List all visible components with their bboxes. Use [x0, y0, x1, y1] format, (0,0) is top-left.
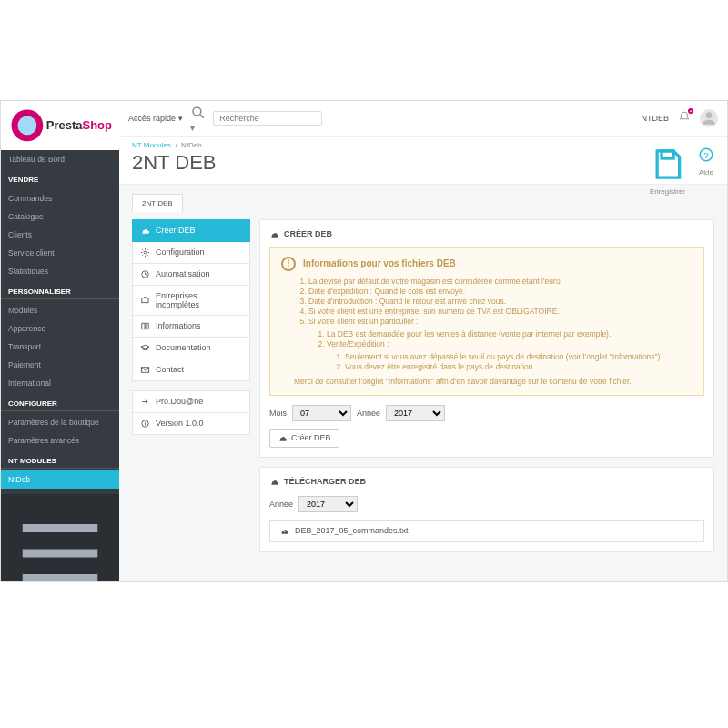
cloud-icon	[140, 226, 150, 236]
alert-item: La devise par défaut de votre magasin es…	[308, 277, 693, 286]
sidebar-item-parametres-avances[interactable]: Paramètres avancés	[1, 431, 119, 450]
notifications-icon[interactable]: •	[678, 111, 691, 126]
gear-icon	[140, 248, 150, 258]
alert-item: La DEB est demandée pour les ventes à di…	[327, 329, 693, 339]
file-name: DEB_2017_05_commandes.txt	[295, 526, 409, 535]
content-area: 2NT DEB Créer DEB Configuration Automati…	[119, 185, 727, 581]
sidebar-section-vendre: VENDRE	[1, 168, 119, 187]
sidebar-item-statistiques[interactable]: Statistiques	[1, 262, 119, 280]
svg-point-14	[145, 421, 146, 422]
topbar: Accès rapide ▾ ▾ NTDEB •	[119, 101, 727, 137]
notifications-badge: •	[688, 108, 693, 114]
tab-informations[interactable]: Informations	[132, 316, 250, 338]
alert-title: Informations pour vos fichiers DEB	[303, 258, 456, 268]
breadcrumb: NT Modules / NtDeb	[132, 141, 714, 149]
cloud-download-icon	[279, 526, 289, 536]
svg-point-8	[144, 251, 147, 254]
sidebar-section-configurer: CONFIGURER	[1, 392, 119, 411]
info-icon	[140, 419, 150, 429]
breadcrumb-current: NtDeb	[181, 141, 202, 149]
app-frame: PrestaShop Tableau de Bord VENDRE Comman…	[0, 100, 728, 582]
logo-text-1: Presta	[46, 118, 83, 132]
sidebar-collapse-toggle[interactable]	[1, 494, 119, 581]
download-year-label: Année	[269, 500, 293, 509]
panel-creer-deb: CRÉER DEB ! Informations pour vos fichie…	[259, 219, 714, 458]
help-icon: ?	[698, 147, 714, 167]
sidebar-item-modules[interactable]: Modules	[1, 301, 119, 319]
cloud-icon	[278, 433, 288, 443]
month-select[interactable]: 07	[292, 405, 351, 421]
sidebar-item-parametres-boutique[interactable]: Paramètres de la boutique	[1, 413, 119, 431]
tab-configuration[interactable]: Configuration	[132, 242, 250, 264]
tab-documentation[interactable]: Documentation	[132, 338, 250, 359]
sidebar-item-international[interactable]: International	[1, 374, 119, 392]
cloud-download-icon	[269, 477, 279, 487]
svg-rect-5	[662, 151, 673, 158]
clock-icon	[140, 269, 150, 279]
year-select[interactable]: 2017	[386, 405, 445, 421]
alert-item: Si votre client est une entreprise, son …	[308, 307, 693, 316]
svg-point-4	[706, 113, 713, 119]
sidebar-dashboard[interactable]: Tableau de Bord	[1, 150, 119, 168]
search-input[interactable]	[213, 111, 322, 126]
download-year-select[interactable]: 2017	[298, 496, 358, 512]
warning-icon: !	[281, 257, 296, 271]
file-download-row[interactable]: DEB_2017_05_commandes.txt	[269, 520, 704, 542]
arrow-right-icon	[140, 397, 150, 407]
svg-rect-10	[142, 298, 148, 303]
alert-item: Vente/Expédition :	[327, 339, 389, 349]
sidebar-item-ntdeb[interactable]: NtDeb	[1, 470, 119, 489]
quick-access-dropdown[interactable]: Accès rapide ▾	[128, 114, 183, 123]
sidebar-item-clients[interactable]: Clients	[1, 226, 119, 244]
user-name[interactable]: NTDEB	[641, 114, 669, 123]
module-tabs: Créer DEB Configuration Automatisation E…	[132, 219, 250, 561]
logo-text-2: Shop	[83, 118, 113, 132]
breadcrumb-parent[interactable]: NT Modules	[132, 141, 171, 149]
sidebar: PrestaShop Tableau de Bord VENDRE Comman…	[1, 101, 119, 581]
sidebar-item-transport[interactable]: Transport	[1, 338, 119, 356]
grad-cap-icon	[140, 343, 150, 353]
sidebar-item-catalogue[interactable]: Catalogue	[1, 207, 119, 226]
avatar[interactable]	[700, 109, 718, 127]
year-label: Année	[357, 409, 380, 418]
page-header: NT Modules / NtDeb 2NT DEB Enregistrer ?…	[119, 137, 727, 185]
alert-item: Seulement si vous avez dépassé le seuil …	[345, 352, 693, 361]
tab-automatisation[interactable]: Automatisation	[132, 264, 250, 286]
svg-text:?: ?	[703, 150, 709, 160]
briefcase-icon	[140, 295, 150, 305]
svg-point-2	[193, 107, 201, 116]
tab-contact[interactable]: Contact	[132, 359, 250, 381]
logo[interactable]: PrestaShop	[1, 101, 119, 150]
sidebar-item-service-client[interactable]: Service client	[1, 244, 119, 262]
save-icon	[650, 147, 685, 186]
sidebar-section-personnaliser: PERSONNALISER	[1, 280, 119, 299]
sidebar-section-ntmodules: NT MODULES	[1, 450, 119, 469]
help-button[interactable]: ? Aide	[698, 147, 714, 196]
main-area: Accès rapide ▾ ▾ NTDEB • NT Modules / Nt…	[119, 101, 727, 581]
sidebar-item-apparence[interactable]: Apparence	[1, 319, 119, 338]
svg-line-3	[200, 115, 204, 118]
page-title: 2NT DEB	[132, 151, 714, 175]
mail-icon	[140, 365, 150, 375]
panel-telecharger-deb: TÉLÉCHARGER DEB Année 2017 DEB_2017_05_c…	[259, 467, 714, 552]
panel-creer-title: CRÉER DEB	[284, 229, 332, 238]
svg-point-1	[17, 116, 36, 135]
alert-footer: Merci de consulter l'onglet "Information…	[281, 377, 693, 386]
tab-2ntdeb[interactable]: 2NT DEB	[132, 194, 183, 212]
tab-creer-deb[interactable]: Créer DEB	[132, 219, 250, 242]
alert-item: Vous devez être enregistré dans le pays …	[345, 362, 693, 371]
create-deb-button[interactable]: Créer DEB	[269, 429, 339, 448]
sidebar-item-commandes[interactable]: Commandes	[1, 189, 119, 207]
alert-item: Date d'expédition : Quand le colis est e…	[308, 287, 693, 296]
info-alert: ! Informations pour vos fichiers DEB La …	[269, 247, 704, 396]
save-button[interactable]: Enregistrer	[650, 147, 685, 196]
cloud-icon	[269, 229, 279, 239]
search-icon: ▾	[190, 105, 207, 133]
month-label: Mois	[269, 409, 287, 418]
sidebar-item-paiement[interactable]: Paiement	[1, 356, 119, 374]
tab-version[interactable]: Version 1.0.0	[132, 413, 250, 435]
book-icon	[140, 321, 150, 331]
alert-item: Date d'introduction : Quand le retour es…	[308, 297, 693, 306]
tab-prodouane[interactable]: Pro.Dou@ne	[132, 390, 250, 413]
tab-entreprises[interactable]: Entreprises incomplètes	[132, 286, 250, 316]
